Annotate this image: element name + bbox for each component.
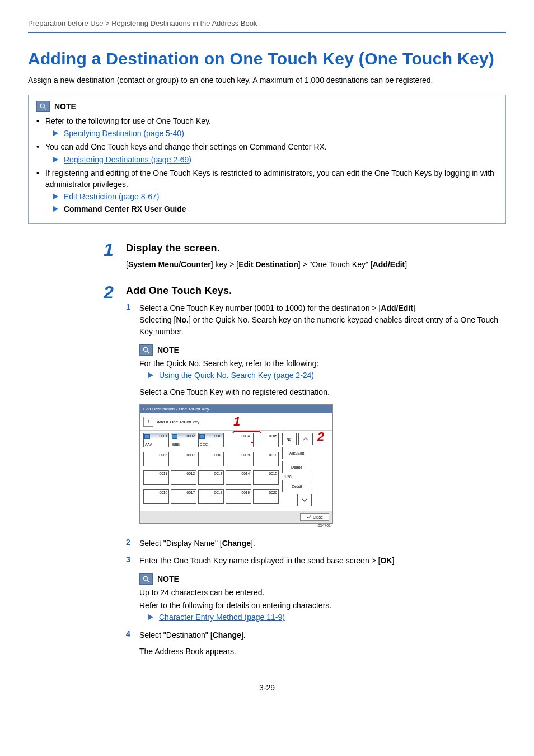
step-number: 1 xyxy=(104,241,116,269)
ss-cell-0009[interactable]: 0009 xyxy=(226,452,251,466)
ss-cell-0010[interactable]: 0010 xyxy=(253,452,279,466)
step-1: 1 Display the screen. [System Menu/Count… xyxy=(28,241,506,269)
ss-info-text: Add a One Touch key. xyxy=(157,419,200,424)
ss-cell-0015[interactable]: 0015 xyxy=(253,470,279,485)
ref-command-center-guide: Command Center RX User Guide xyxy=(64,204,186,213)
ss-cell-0006[interactable]: 0006 xyxy=(143,452,169,466)
link-quick-no-search[interactable]: Using the Quick No. Search Key (page 2-2… xyxy=(159,371,314,380)
ss-cell-0020[interactable]: 0020 xyxy=(253,489,279,504)
ss-cell-0017[interactable]: 0017 xyxy=(171,489,196,504)
contact-icon xyxy=(172,434,177,439)
ss-cell-0013[interactable]: 0013 xyxy=(198,470,224,485)
ss-cell-0016[interactable]: 0016 xyxy=(143,489,169,504)
page-number: 3-29 xyxy=(28,683,506,692)
ss-cell-0019[interactable]: 0019 xyxy=(226,489,251,504)
svg-line-1 xyxy=(44,108,46,110)
substep-number: 4 xyxy=(126,629,133,657)
ss-btn-up[interactable] xyxy=(298,433,313,445)
intro-text: Assign a new destination (contact or gro… xyxy=(28,76,506,85)
ss-btn-detail[interactable]: Detail xyxy=(282,480,311,492)
ss-cell-0012[interactable]: 0012 xyxy=(171,470,196,485)
svg-point-2 xyxy=(143,348,147,352)
substep-number: 1 xyxy=(126,302,133,338)
contact-icon xyxy=(144,434,150,439)
callout-2: 2 xyxy=(317,430,324,444)
step-2: 2 Add One Touch Keys. 1 Select a One Tou… xyxy=(28,283,506,663)
info-icon: i xyxy=(143,417,153,427)
step-path: [System Menu/Counter] key > [Edit Destin… xyxy=(126,260,506,269)
ss-cell-0008[interactable]: 0008 xyxy=(198,452,224,466)
link-registering-destinations[interactable]: Registering Destinations (page 2-69) xyxy=(64,155,191,164)
note-icon xyxy=(139,344,153,356)
note-line: Up to 24 characters can be entered. xyxy=(139,587,506,599)
svg-point-4 xyxy=(143,577,147,581)
note-quick-search: NOTE For the Quick No. Search key, refer… xyxy=(139,344,506,380)
ss-titlebar: Edit Destination - One Touch Key xyxy=(140,405,332,413)
ss-cell-0003[interactable]: 0003CCC xyxy=(198,433,224,447)
ss-btn-down[interactable] xyxy=(297,494,312,506)
substep-text: Enter the One Touch Key name displayed i… xyxy=(139,555,506,567)
note-icon xyxy=(36,101,50,112)
ss-grid: 0001AAA 0002BBB 0003CCC 0004 0005 0006 0… xyxy=(143,433,279,506)
note-box-main: NOTE Refer to the following for use of O… xyxy=(28,95,506,224)
note-label: NOTE xyxy=(157,575,179,584)
step-title: Add One Touch Keys. xyxy=(126,285,506,297)
arrow-icon xyxy=(148,372,153,378)
note-text: For the Quick No. Search key, refer to t… xyxy=(139,358,506,370)
link-edit-restriction[interactable]: Edit Restriction (page 8-67) xyxy=(64,192,159,201)
ss-cell-0005[interactable]: 0005 xyxy=(253,433,279,447)
note-label: NOTE xyxy=(157,346,179,354)
note-bullet: If registering and editing of the One To… xyxy=(36,167,498,190)
ss-cell-0011[interactable]: 0011 xyxy=(143,470,169,485)
arrow-icon xyxy=(148,614,153,620)
ss-caption: m034701 xyxy=(139,524,333,528)
note-bullet: You can add One Touch keys and change th… xyxy=(36,141,498,152)
note-icon xyxy=(139,573,153,585)
note-char-limit: NOTE Up to 24 characters can be entered.… xyxy=(139,573,506,622)
step-title: Display the screen. xyxy=(126,242,506,254)
substep-text: Select "Destination" [Change]. The Addre… xyxy=(139,629,506,657)
svg-line-3 xyxy=(147,351,149,353)
ss-cell-0014[interactable]: 0014 xyxy=(226,470,251,485)
ss-btn-addedit[interactable]: Add/Edit xyxy=(282,447,311,459)
step-number: 2 xyxy=(104,283,116,663)
screenshot-one-touch-key: 1 2 Edit Destination - One Touch Key i A… xyxy=(139,404,333,528)
link-character-entry[interactable]: Character Entry Method (page 11-9) xyxy=(159,613,285,622)
ss-btn-delete[interactable]: Delete xyxy=(282,461,311,473)
note-label: NOTE xyxy=(54,102,76,111)
substep-text: Select "Display Name" [Change]. xyxy=(139,538,506,549)
breadcrumb: Preparation before Use > Registering Des… xyxy=(28,19,506,33)
ss-cell-0002[interactable]: 0002BBB xyxy=(171,433,196,447)
enter-icon xyxy=(306,515,311,519)
ss-pager: 1/50 xyxy=(282,475,313,478)
arrow-icon xyxy=(53,130,58,136)
callout-1: 1 xyxy=(233,414,240,429)
link-specifying-destination[interactable]: Specifying Destination (page 5-40) xyxy=(64,129,184,138)
ss-cell-0004[interactable]: 0004 xyxy=(226,433,251,447)
select-instruction: Select a One Touch Key with no registere… xyxy=(139,388,506,396)
ss-cell-0018[interactable]: 0018 xyxy=(198,489,224,504)
note-line: Refer to the following for details on en… xyxy=(139,600,506,612)
ss-btn-close[interactable]: Close xyxy=(300,513,329,521)
svg-line-5 xyxy=(147,580,149,582)
ss-btn-no[interactable]: No. xyxy=(282,433,297,445)
contact-icon xyxy=(199,434,205,439)
substep-number: 2 xyxy=(126,538,133,549)
ss-cell-0007[interactable]: 0007 xyxy=(171,452,196,466)
svg-point-0 xyxy=(40,104,44,108)
page-title: Adding a Destination on One Touch Key (O… xyxy=(28,49,506,69)
arrow-icon xyxy=(53,206,58,212)
arrow-icon xyxy=(53,157,58,162)
substep-text: Select a One Touch Key number (0001 to 1… xyxy=(139,302,506,338)
arrow-icon xyxy=(53,194,58,199)
substep-number: 3 xyxy=(126,555,133,567)
note-bullet: Refer to the following for use of One To… xyxy=(36,115,498,127)
ss-cell-0001[interactable]: 0001AAA xyxy=(143,433,169,447)
